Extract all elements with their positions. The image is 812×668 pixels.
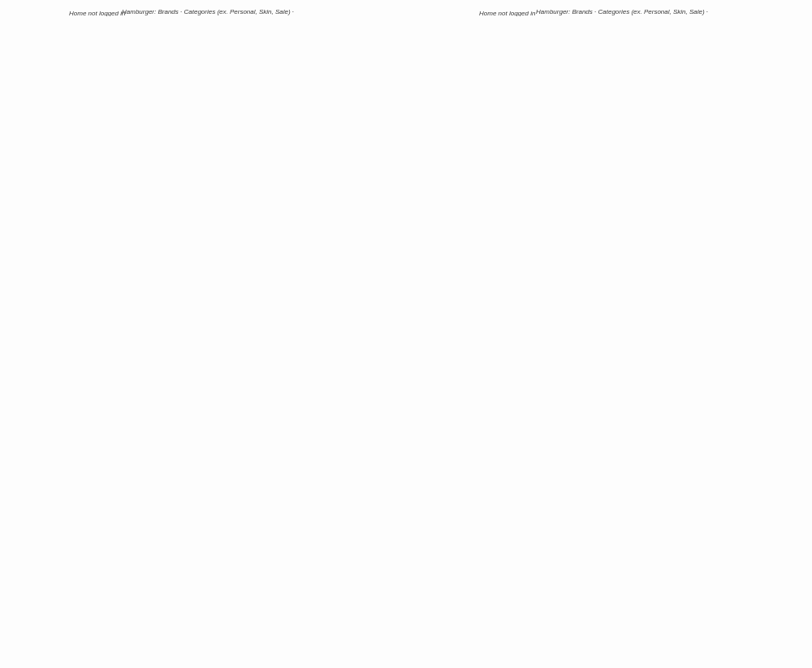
note-hamburger-r: Hamburger: Brands · Categories (ex. Pers…	[536, 8, 723, 16]
note-hamburger: Hamburger: Brands · Categories (ex. Pers…	[122, 8, 309, 16]
note-home-not-logged: Home not logged in	[69, 10, 125, 16]
note-home-not-logged-r: Home not logged in	[479, 10, 535, 16]
